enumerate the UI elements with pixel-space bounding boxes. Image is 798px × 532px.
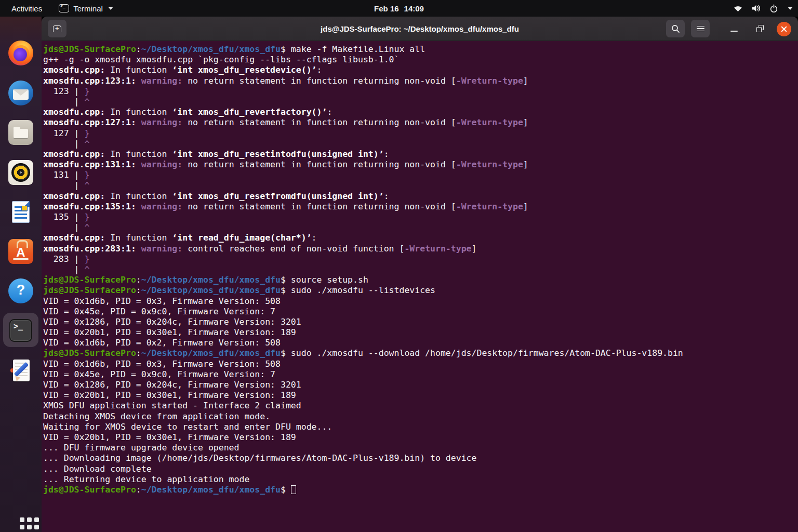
help-icon bbox=[8, 278, 33, 303]
libreoffice-writer-icon bbox=[8, 200, 33, 224]
dock-item-libreoffice-writer[interactable] bbox=[8, 200, 33, 224]
terminal-line: VID = 0x45e, PID = 0x9c0, Firmware Versi… bbox=[43, 369, 798, 380]
close-icon bbox=[780, 25, 788, 33]
minimize-button[interactable] bbox=[730, 23, 738, 34]
dock-item-text-editor[interactable] bbox=[8, 358, 33, 383]
files-icon bbox=[8, 120, 33, 145]
terminal-line: xmosdfu.cpp: In function ‘int xmos_dfu_r… bbox=[43, 107, 798, 117]
terminal-line: xmosdfu.cpp: In function ‘int read_dfu_i… bbox=[43, 233, 798, 243]
terminal-line: xmosdfu.cpp:127:1: warning: no return st… bbox=[43, 117, 798, 128]
terminal-line: XMOS DFU application started - Interface… bbox=[43, 401, 798, 411]
close-button[interactable] bbox=[777, 22, 791, 36]
restore-button[interactable] bbox=[756, 25, 764, 32]
volume-icon bbox=[751, 4, 761, 12]
dock-item-files[interactable] bbox=[8, 120, 33, 145]
terminal-line: xmosdfu.cpp:131:1: warning: no return st… bbox=[43, 159, 798, 170]
system-status-area[interactable] bbox=[733, 0, 793, 17]
terminal-line: jds@JDS-SurfacePro:~/Desktop/xmos_dfu/xm… bbox=[43, 348, 798, 358]
terminal-line: 123 | } bbox=[43, 86, 798, 97]
terminal-line: Detaching XMOS device from application m… bbox=[43, 411, 798, 422]
rhythmbox-icon bbox=[8, 160, 33, 185]
dock-item-show-applications[interactable] bbox=[8, 516, 33, 532]
terminal-line: jds@JDS-SurfacePro:~/Desktop/xmos_dfu/xm… bbox=[43, 44, 798, 55]
app-grid-icon bbox=[19, 516, 39, 532]
terminal-line: ... Returning device to application mode bbox=[43, 474, 798, 485]
thunderbird-icon bbox=[8, 81, 33, 105]
terminal-line: 127 | } bbox=[43, 128, 798, 139]
terminal-line: xmosdfu.cpp:135:1: warning: no return st… bbox=[43, 202, 798, 212]
dock-item-thunderbird[interactable] bbox=[8, 81, 33, 105]
terminal-output: jds@JDS-SurfacePro:~/Desktop/xmos_dfu/xm… bbox=[43, 44, 798, 495]
terminal-line: xmosdfu.cpp:123:1: warning: no return st… bbox=[43, 76, 798, 86]
dropdown-caret-icon bbox=[108, 7, 113, 10]
top-bar: Activities Terminal Feb 16 14:09 bbox=[0, 0, 798, 17]
hamburger-icon bbox=[697, 26, 704, 32]
terminal-line: | ^ bbox=[43, 222, 798, 233]
terminal-cursor bbox=[291, 485, 296, 494]
terminal-line: | ^ bbox=[43, 264, 798, 275]
terminal-line: 131 | } bbox=[43, 170, 798, 180]
terminal-line: VID = 0x1286, PID = 0x204c, Firmware Ver… bbox=[43, 380, 798, 390]
new-tab-icon bbox=[53, 25, 61, 32]
terminal-line: jds@JDS-SurfacePro:~/Desktop/xmos_dfu/xm… bbox=[43, 285, 798, 296]
app-menu-terminal[interactable]: Terminal bbox=[59, 4, 113, 13]
terminal-line: VID = 0x20b1, PID = 0x30e1, Firmware Ver… bbox=[43, 327, 798, 338]
minimize-icon bbox=[730, 31, 738, 32]
terminal-line: VID = 0x20b1, PID = 0x30e1, Firmware Ver… bbox=[43, 390, 798, 401]
terminal-line: ... DFU firmware upgrade device opened bbox=[43, 443, 798, 453]
terminal-window: jds@JDS-SurfacePro: ~/Desktop/xmos_dfu/x… bbox=[42, 17, 798, 532]
terminal-line: jds@JDS-SurfacePro:~/Desktop/xmos_dfu/xm… bbox=[43, 275, 798, 285]
terminal-line: | ^ bbox=[43, 139, 798, 149]
menu-button[interactable] bbox=[691, 20, 710, 37]
terminal-line: VID = 0x1d6b, PID = 0x3, Firmware Versio… bbox=[43, 296, 798, 307]
new-tab-button[interactable] bbox=[48, 20, 66, 37]
terminal-app-icon bbox=[59, 4, 69, 12]
dock-item-ubuntu-software[interactable] bbox=[8, 239, 33, 264]
terminal-line: VID = 0x45e, PID = 0x9c0, Firmware Versi… bbox=[43, 307, 798, 317]
terminal-line: VID = 0x1d6b, PID = 0x3, Firmware Versio… bbox=[43, 359, 798, 369]
clock-date: Feb 16 bbox=[374, 4, 399, 13]
terminal-line: VID = 0x1d6b, PID = 0x2, Firmware Versio… bbox=[43, 338, 798, 348]
terminal-line: xmosdfu.cpp: In function ‘int xmos_dfu_r… bbox=[43, 191, 798, 202]
terminal-line: ... Downloading image (/home/jds/Desktop… bbox=[43, 453, 798, 463]
dock-item-rhythmbox[interactable] bbox=[8, 160, 33, 185]
ubuntu-software-icon bbox=[8, 239, 33, 264]
terminal-line: | ^ bbox=[43, 180, 798, 191]
terminal-line: xmosdfu.cpp: In function ‘int xmos_dfu_r… bbox=[43, 149, 798, 159]
terminal-line: VID = 0x20b1, PID = 0x30e1, Firmware Ver… bbox=[43, 432, 798, 443]
dropdown-caret-icon bbox=[788, 7, 793, 10]
power-icon bbox=[769, 4, 778, 13]
terminal-icon bbox=[9, 319, 32, 342]
app-menu-label: Terminal bbox=[73, 4, 103, 13]
terminal-line: g++ -g -o xmosdfu xmosdfu.cpp `pkg-confi… bbox=[43, 55, 798, 65]
terminal-line: Waiting for XMOS device to restart and e… bbox=[43, 422, 798, 432]
terminal-line: | ^ bbox=[43, 97, 798, 107]
search-button[interactable] bbox=[666, 20, 685, 37]
terminal-line: 135 | } bbox=[43, 212, 798, 222]
dock bbox=[0, 17, 42, 532]
dock-item-firefox[interactable] bbox=[8, 41, 33, 65]
terminal-line: ... Download complete bbox=[43, 464, 798, 474]
clock[interactable]: Feb 16 14:09 bbox=[0, 0, 798, 17]
wifi-icon bbox=[733, 4, 743, 12]
terminal-viewport[interactable]: jds@JDS-SurfacePro:~/Desktop/xmos_dfu/xm… bbox=[42, 41, 798, 532]
terminal-line: xmosdfu.cpp:283:1: warning: control reac… bbox=[43, 244, 798, 254]
text-editor-icon bbox=[8, 358, 33, 383]
terminal-line: VID = 0x1286, PID = 0x204c, Firmware Ver… bbox=[43, 317, 798, 327]
dock-item-help[interactable] bbox=[8, 278, 33, 303]
clock-time: 14:09 bbox=[404, 4, 424, 13]
terminal-line: xmosdfu.cpp: In function ‘int xmos_dfu_r… bbox=[43, 65, 798, 75]
header-bar[interactable]: jds@JDS-SurfacePro: ~/Desktop/xmos_dfu/x… bbox=[42, 17, 798, 41]
terminal-line: jds@JDS-SurfacePro:~/Desktop/xmos_dfu/xm… bbox=[43, 485, 798, 495]
terminal-line: 283 | } bbox=[43, 254, 798, 264]
firefox-icon bbox=[8, 41, 33, 65]
dock-item-terminal[interactable] bbox=[8, 318, 33, 343]
search-icon bbox=[671, 24, 680, 33]
activities-button[interactable]: Activities bbox=[8, 3, 45, 14]
